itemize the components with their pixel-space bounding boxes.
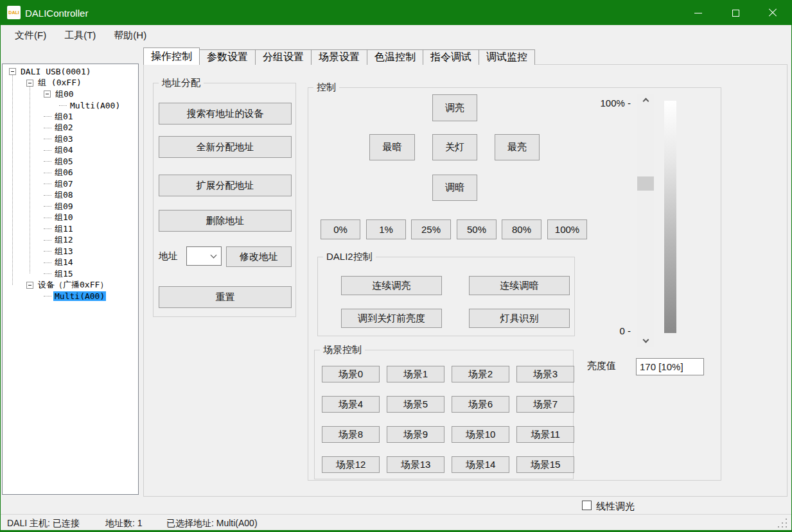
menu-tools[interactable]: 工具(T) xyxy=(55,25,105,46)
minimize-button[interactable] xyxy=(680,1,717,25)
assign-new-address-button[interactable]: 全新分配地址 xyxy=(159,136,292,158)
app-icon-text: DALI xyxy=(8,10,19,15)
scene-control-group: 场景控制 场景0 场景1 场景2 场景3 场景4 场景5 场景6 场景7 场景8… xyxy=(314,350,574,479)
fixture-identify-button[interactable]: 灯具识别 xyxy=(469,309,570,328)
dali2-control-title: DALI2控制 xyxy=(323,251,376,263)
tab-grouping-settings[interactable]: 分组设置 xyxy=(255,49,312,65)
tree-item-group04[interactable]: 组04 xyxy=(3,145,138,157)
tree-item-group08[interactable]: 组08 xyxy=(3,190,138,202)
tree-item-group06[interactable]: 组06 xyxy=(3,167,138,179)
tree-item-group01[interactable]: 组01 xyxy=(3,111,138,123)
percent-25-button[interactable]: 25% xyxy=(411,219,451,239)
tree-item-group10[interactable]: 组10 xyxy=(3,212,138,224)
status-bar: DALI 主机: 已连接 地址数: 1 已选择地址: Multi(A00) xyxy=(1,514,791,531)
min-label: 0 - xyxy=(576,325,631,336)
scene-14-button[interactable]: 场景14 xyxy=(452,456,509,473)
tree-item-multi[interactable]: Multi(A00) xyxy=(3,100,138,112)
minimize-icon xyxy=(694,13,702,13)
continuous-dim-button[interactable]: 连续调暗 xyxy=(469,276,570,295)
percent-0-button[interactable]: 0% xyxy=(321,219,360,239)
percent-1-button[interactable]: 1% xyxy=(366,219,406,239)
brightness-scrollbar[interactable] xyxy=(637,94,654,347)
percent-50-button[interactable]: 50% xyxy=(457,219,497,239)
tree-item-group11[interactable]: 组11 xyxy=(3,223,138,235)
modify-address-button[interactable]: 修改地址 xyxy=(226,246,292,267)
recall-last-level-button[interactable]: 调到关灯前亮度 xyxy=(341,309,442,328)
tree-expander-icon[interactable] xyxy=(44,90,51,98)
brightest-button[interactable]: 最亮 xyxy=(495,134,540,160)
tree-item-group02[interactable]: 组02 xyxy=(3,123,138,134)
scene-6-button[interactable]: 场景6 xyxy=(452,396,509,413)
scene-5-button[interactable]: 场景5 xyxy=(387,396,444,413)
darkest-button[interactable]: 最暗 xyxy=(369,134,415,160)
tree-item-group-root[interactable]: 组 (0xFF) xyxy=(3,78,138,89)
tree-item-root[interactable]: DALI USB(0001) xyxy=(3,66,138,78)
tab-debug-monitor[interactable]: 调试监控 xyxy=(479,49,535,65)
tree-item-group12[interactable]: 组12 xyxy=(3,235,138,246)
maximize-button[interactable] xyxy=(717,1,754,25)
scene-0-button[interactable]: 场景0 xyxy=(322,366,380,382)
tree-item-group13[interactable]: 组13 xyxy=(3,246,138,257)
brightness-gradient-bar xyxy=(664,101,676,333)
tab-operation-control[interactable]: 操作控制 xyxy=(143,47,200,65)
menu-bar: 文件(F) 工具(T) 帮助(H) xyxy=(1,25,791,46)
tree-expander-icon[interactable] xyxy=(26,80,33,87)
tree-expander-icon[interactable] xyxy=(26,282,33,289)
percent-100-button[interactable]: 100% xyxy=(547,219,587,239)
tree-item-group03[interactable]: 组03 xyxy=(3,133,138,145)
tab-scene-settings[interactable]: 场景设置 xyxy=(311,49,367,65)
tree-item-group05[interactable]: 组05 xyxy=(3,156,138,167)
address-label: 地址 xyxy=(159,250,178,262)
scene-7-button[interactable]: 场景7 xyxy=(516,396,574,413)
delete-address-button[interactable]: 删除地址 xyxy=(159,210,292,232)
tree-item-group00[interactable]: 组00 xyxy=(3,89,138,100)
tree-item-devices[interactable]: 设备（广播0xFF） xyxy=(3,280,138,291)
menu-help[interactable]: 帮助(H) xyxy=(105,25,155,46)
scroll-down-button[interactable] xyxy=(637,335,654,347)
device-tree: DALI USB(0001) 组 (0xFF) 组00 Multi(A00) 组… xyxy=(2,64,139,495)
scroll-up-button[interactable] xyxy=(637,94,654,106)
address-combobox[interactable] xyxy=(186,246,222,266)
scene-11-button[interactable]: 场景11 xyxy=(516,426,574,443)
selected-tree-item: Multi(A00) xyxy=(53,291,106,301)
scrollbar-thumb[interactable] xyxy=(637,176,654,191)
tab-parameter-settings[interactable]: 参数设置 xyxy=(199,49,256,65)
search-addressed-devices-button[interactable]: 搜索有地址的设备 xyxy=(159,103,292,124)
scene-9-button[interactable]: 场景9 xyxy=(387,426,444,443)
scene-3-button[interactable]: 场景3 xyxy=(516,366,574,382)
light-off-button[interactable]: 关灯 xyxy=(432,134,477,160)
scene-control-title: 场景控制 xyxy=(320,344,365,356)
tree-item-group07[interactable]: 组07 xyxy=(3,178,138,190)
scene-15-button[interactable]: 场景15 xyxy=(516,456,574,473)
linear-dim-checkbox[interactable] xyxy=(582,501,592,510)
scene-13-button[interactable]: 场景13 xyxy=(387,456,444,473)
brighten-button[interactable]: 调亮 xyxy=(432,94,477,121)
continuous-brighten-button[interactable]: 连续调亮 xyxy=(341,276,442,295)
scene-8-button[interactable]: 场景8 xyxy=(322,426,380,443)
percent-80-button[interactable]: 80% xyxy=(502,219,541,239)
tree-guide-line xyxy=(30,84,30,273)
scene-1-button[interactable]: 场景1 xyxy=(387,366,444,382)
tab-command-debug[interactable]: 指令调试 xyxy=(423,49,479,65)
scene-10-button[interactable]: 场景10 xyxy=(452,426,509,443)
app-window: DALI DALIController 文件(F) 工具(T) 帮助(H) DA… xyxy=(0,0,792,532)
scene-12-button[interactable]: 场景12 xyxy=(322,456,380,473)
dim-button[interactable]: 调暗 xyxy=(432,175,477,201)
menu-file[interactable]: 文件(F) xyxy=(6,25,55,46)
status-address-count: 地址数: 1 xyxy=(105,518,143,529)
extend-assign-address-button[interactable]: 扩展分配地址 xyxy=(159,175,292,196)
tree-item-group14[interactable]: 组14 xyxy=(3,257,138,269)
scene-4-button[interactable]: 场景4 xyxy=(322,396,380,413)
address-allocation-group: 地址分配 搜索有地址的设备 全新分配地址 扩展分配地址 删除地址 地址 修改地址… xyxy=(153,83,296,317)
tree-item-multi-selected[interactable]: Multi(A00) xyxy=(3,291,138,302)
scene-2-button[interactable]: 场景2 xyxy=(452,366,509,382)
brightness-value-box[interactable]: 170 [10%] xyxy=(636,358,704,375)
tab-color-temp-control[interactable]: 色温控制 xyxy=(367,49,423,65)
reset-button[interactable]: 重置 xyxy=(159,286,292,308)
tree-expander-icon[interactable] xyxy=(9,68,16,75)
linear-dim-label: 线性调光 xyxy=(596,501,635,513)
tree-item-group09[interactable]: 组09 xyxy=(3,201,138,212)
close-button[interactable] xyxy=(754,1,791,25)
dropdown-chevron-icon xyxy=(211,252,217,259)
tree-item-group15[interactable]: 组15 xyxy=(3,268,138,280)
